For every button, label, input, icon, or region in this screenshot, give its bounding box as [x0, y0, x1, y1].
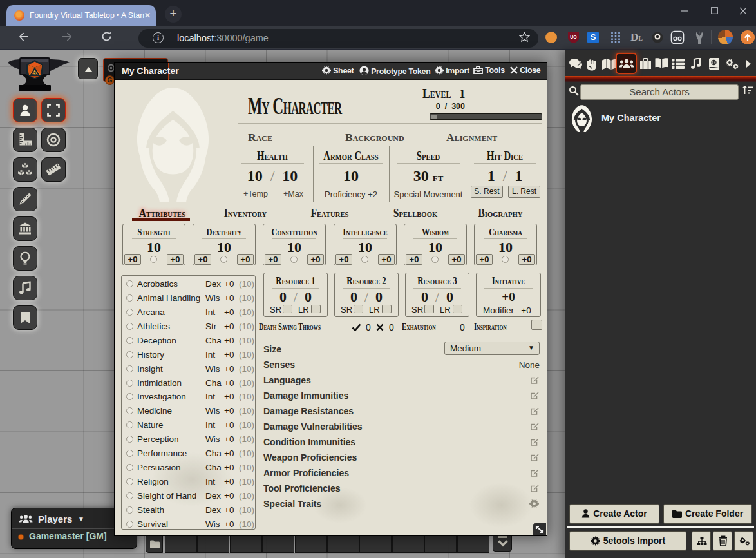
svg-text:UO: UO — [570, 35, 577, 39]
svg-text:20: 20 — [32, 70, 38, 76]
